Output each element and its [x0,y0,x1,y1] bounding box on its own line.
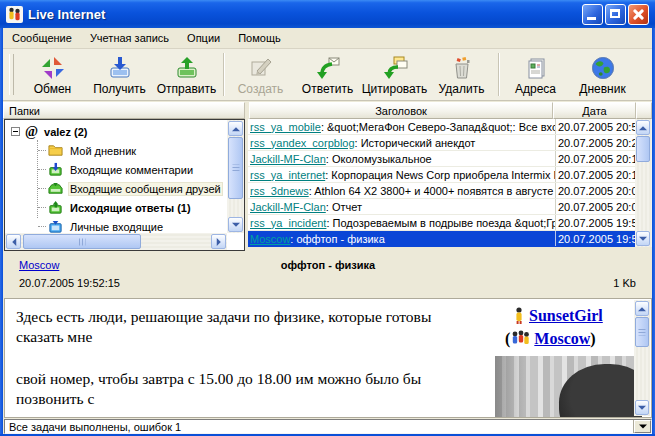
folder-incoming-friends[interactable]: Входящие сообщения друзей [5,179,227,198]
row-subject: : Подозреваемым в подрыве поезда &quot;Г… [326,217,555,229]
close-button[interactable] [628,4,649,25]
message-row[interactable]: Jackill-MF-Clan: Околомузыкальное 20.07.… [248,151,652,167]
scroll-right-button[interactable] [211,234,226,249]
tree-horizontal-scrollbar [5,233,227,250]
column-header-date[interactable]: Дата [553,102,636,119]
message-row[interactable]: Jackill-MF-Clan: Отчет 20.07.2005 20:0 [248,199,652,215]
scroll-thumb[interactable] [23,234,141,249]
folders-header: Папки [3,102,245,119]
toolbar-label: Ответить [302,82,353,96]
user-icon [513,307,527,325]
receive-button[interactable]: Получить [86,49,153,100]
tree-connector [38,207,46,208]
message-row[interactable]: rss_yandex_corpblog: Исторический анекдо… [248,135,652,151]
message-row-selected[interactable]: Moscow: оффтоп - физика 20.07.2005 19:5 [248,231,652,247]
message-header: Moscow оффтоп - физика 20.07.2005 19:52:… [4,256,652,298]
sender-link[interactable]: Jackill-MF-Clan [250,153,326,165]
exchange-icon [40,55,66,81]
folder-label: Входящие комментарии [68,163,195,177]
message-size: 1 Kb [613,277,636,289]
liveinternet-logo-icon [6,6,23,23]
body-text-line: Здесь есть люди, решающие задачи по физи… [16,308,431,326]
folder-label: Входящие сообщения друзей [68,182,223,196]
delete-button[interactable]: Удалить [428,49,495,100]
folder-my-diary[interactable]: Мой дневник [5,141,227,160]
scroll-down-button[interactable] [635,400,649,415]
menu-help[interactable]: Помощь [229,29,290,47]
send-icon [174,55,200,81]
scroll-left-button[interactable] [6,234,21,249]
folder-outgoing-replies[interactable]: Исходящие ответы (1) [5,198,227,217]
message-row[interactable]: rss_ya_incident: Подозреваемым в подрыве… [248,215,652,231]
window-frame-left [0,28,3,436]
tree-root-valez[interactable]: @ valez (2) [5,122,227,141]
row-date: 20.07.2005 20:0 [555,183,640,198]
message-row[interactable]: rss_ya_internet: Корпорация News Corp пр… [248,167,652,183]
toolbar-grip[interactable] [9,54,14,95]
sender-link[interactable]: rss_ya_incident [250,217,326,229]
compose-icon [248,55,274,81]
author-link[interactable]: SunsetGirl [529,307,603,325]
sender-link[interactable]: rss_3dnews [250,185,309,197]
scroll-up-button[interactable] [228,121,243,136]
at-icon: @ [25,124,38,140]
maximize-button[interactable] [605,4,626,25]
app-window: Live Internet Сообщение Учетная запись О… [0,0,655,436]
send-button[interactable]: Отправить [153,49,220,100]
folder-icon [48,143,63,158]
scroll-up-button[interactable] [635,301,649,316]
scroll-thumb[interactable] [636,136,650,162]
folder-personal-inbox[interactable]: Личные входящие [5,217,227,233]
diary-button[interactable]: Дневник [569,49,636,100]
delete-icon [449,55,475,81]
status-text: Все задачи выполнены, ошибок 1 [5,421,634,433]
toolbar-separator [498,53,499,96]
scroll-down-button[interactable] [636,231,650,246]
collapse-expander-icon[interactable] [11,127,20,136]
row-date: 20.07.2005 20:5 [555,119,640,134]
scroll-down-button[interactable] [228,217,243,232]
tree-connector [38,188,46,189]
sender-link[interactable]: Moscow [250,233,290,245]
row-date: 20.07.2005 20:1 [555,167,640,182]
folder-label: Личные входящие [68,220,165,234]
title-bar: Live Internet [0,0,655,28]
addresses-button[interactable]: Адреса [502,49,569,100]
reply-icon [315,55,341,81]
exchange-button[interactable]: Обмен [19,49,86,100]
group-icon [510,330,532,348]
compose-button[interactable]: Создать [227,49,294,100]
toolbar-separator [223,53,224,96]
status-dropdown-button[interactable] [634,420,651,433]
minimize-button[interactable] [582,4,603,25]
reply-button[interactable]: Ответить [294,49,361,100]
column-header-subject[interactable]: Заголовок [249,102,553,119]
menu-account[interactable]: Учетная запись [81,29,178,47]
toolbar-label: Отправить [157,82,217,96]
row-subject: : Корпорация News Corp приобрела Intermi… [325,169,555,181]
tree-connector [38,169,46,170]
row-date: 20.07.2005 19:5 [555,215,640,230]
sender-link[interactable]: rss_ya_mobile [250,121,321,133]
community-link[interactable]: Moscow [534,330,590,348]
status-combobox[interactable]: Все задачи выполнены, ошибок 1 [4,419,652,434]
sender-link[interactable]: Jackill-MF-Clan [250,201,326,213]
sender-link[interactable]: rss_ya_internet [250,169,325,181]
scroll-up-button[interactable] [636,120,650,135]
quote-button[interactable]: Цитировать [361,49,428,100]
menu-message[interactable]: Сообщение [3,29,81,47]
message-row[interactable]: rss_3dnews: Athlon 64 X2 3800+ и 4000+ п… [248,183,652,199]
row-date: 20.07.2005 19:5 [555,231,640,246]
scroll-thumb[interactable] [635,317,649,347]
scroll-thumb[interactable] [228,137,243,199]
tree-root-label: valez (2) [44,126,87,138]
paren-close: ) [590,330,595,348]
inbox-friends-icon [48,181,63,196]
menu-options[interactable]: Опции [178,29,229,47]
message-row[interactable]: rss_ya_mobile: &quot;МегаФон Северо-Запа… [248,119,652,135]
row-date: 20.07.2005 20:2 [555,135,640,150]
sender-link[interactable]: rss_yandex_corpblog [250,137,355,149]
folder-incoming-comments[interactable]: Входящие комментарии [5,160,227,179]
tree-guide-line [37,140,38,218]
list-vertical-scrollbar [635,119,652,247]
